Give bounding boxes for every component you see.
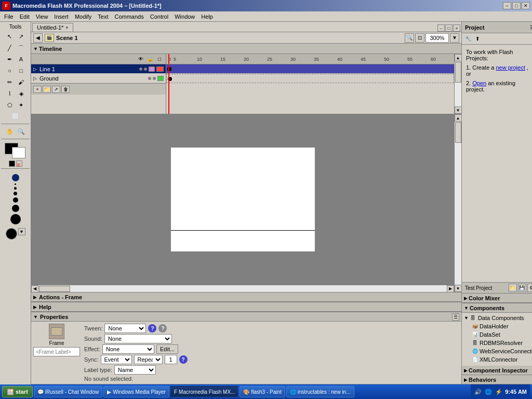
- layer-row-line1[interactable]: ▷ Line 1: [31, 64, 166, 74]
- taskbar-item-wmp[interactable]: ▶ Windows Media Player: [103, 386, 169, 397]
- menu-modify[interactable]: Modify: [72, 13, 95, 20]
- stage-hscroll-thumb[interactable]: [39, 286, 70, 292]
- zoom-icon-btn[interactable]: 🔍: [405, 33, 414, 43]
- tween-help-icon2[interactable]: ?: [158, 324, 167, 332]
- tray-icon-3[interactable]: ⚡: [495, 388, 503, 396]
- fill-color-swatch[interactable]: [12, 147, 25, 158]
- taskbar-item-flash[interactable]: F Macromedia Flash MX...: [170, 386, 238, 397]
- timeline-title[interactable]: Timeline: [39, 46, 62, 52]
- no-color-btn[interactable]: ⊘: [16, 161, 22, 167]
- lasso-tool[interactable]: ⌒: [16, 43, 26, 53]
- stage-vscroll-up[interactable]: ▲: [455, 114, 462, 122]
- tray-icon-2[interactable]: 🌐: [484, 388, 493, 396]
- doc-tab[interactable]: Untitled-1* ×: [32, 23, 73, 32]
- eraser-tool[interactable]: ⬜: [10, 111, 21, 122]
- doc-tab-close[interactable]: ×: [65, 25, 68, 30]
- repeat-count-input[interactable]: [165, 355, 177, 364]
- project-sub-icon1[interactable]: 🔧: [464, 35, 472, 43]
- eyedropper-tool[interactable]: ✦: [16, 100, 26, 110]
- layer-outline-icon[interactable]: □: [155, 55, 164, 63]
- freeform-tool[interactable]: ⌇: [5, 88, 15, 99]
- zoom-dropdown-btn[interactable]: ▼: [450, 33, 459, 43]
- taskbar-item-irussel[interactable]: 💬 iRussell - Chat Window: [34, 386, 102, 397]
- comp-item-rdbms[interactable]: 🗄 RDBMSResolver: [463, 339, 532, 347]
- effect-select[interactable]: None: [102, 344, 154, 354]
- oval-tool[interactable]: ○: [5, 65, 15, 76]
- dot-dropdown[interactable]: ▼: [18, 228, 25, 235]
- large-dot-btn[interactable]: [6, 228, 17, 240]
- tl-vscroll-thumb[interactable]: [455, 62, 461, 83]
- menu-control[interactable]: Control: [147, 13, 171, 20]
- line-tool[interactable]: ╱: [5, 43, 15, 53]
- add-motion-btn[interactable]: ↗: [52, 86, 60, 93]
- new-project-link[interactable]: new project: [496, 64, 525, 71]
- rect-tool[interactable]: □: [16, 65, 26, 76]
- menu-commands[interactable]: Commands: [111, 13, 147, 20]
- tl-vscroll-down[interactable]: ▼: [455, 107, 462, 114]
- stage-hscroll-right[interactable]: ▶: [447, 285, 454, 292]
- actions-panel-header[interactable]: ▶ Actions - Frame: [31, 292, 461, 302]
- size-dot-4[interactable]: [13, 197, 18, 203]
- stage-area[interactable]: [31, 114, 454, 285]
- hand-tool[interactable]: ✋: [5, 126, 15, 137]
- layer-lock-icon[interactable]: 🔒: [146, 55, 154, 63]
- size-dot-5[interactable]: [12, 205, 19, 212]
- project-panel-options[interactable]: ☰: [528, 24, 532, 31]
- repeat-select[interactable]: Repeat: [134, 355, 163, 364]
- edit-button[interactable]: Edit...: [156, 344, 178, 354]
- close-button[interactable]: ✕: [522, 2, 530, 9]
- menu-edit[interactable]: Edit: [17, 13, 33, 20]
- back-nav-btn[interactable]: ◀: [33, 33, 43, 43]
- tl-vscroll-up[interactable]: ▲: [455, 54, 462, 61]
- stage-vscroll-down[interactable]: ▼: [455, 285, 462, 292]
- bucket-tool[interactable]: ⬠: [5, 100, 15, 110]
- sync-help-icon[interactable]: ?: [179, 355, 188, 364]
- add-folder-btn[interactable]: 📁: [43, 86, 51, 93]
- doc-close-btn[interactable]: ×: [453, 24, 460, 32]
- zoom-resize-btn[interactable]: ⊡: [415, 33, 424, 43]
- stage-vscroll-thumb[interactable]: [455, 122, 461, 143]
- black-white-reset[interactable]: [9, 161, 15, 167]
- comp-group-data-header[interactable]: ▼ 🗄 Data Components: [463, 314, 532, 322]
- menu-window[interactable]: Window: [171, 13, 198, 20]
- size-dot-3[interactable]: [14, 192, 17, 195]
- fill-tool[interactable]: ◈: [16, 88, 26, 99]
- test-settings-btn[interactable]: ⚙: [527, 284, 532, 292]
- sync-select[interactable]: Event: [101, 355, 132, 364]
- size-dot-1[interactable]: [15, 183, 16, 185]
- frame-label-input[interactable]: [33, 347, 80, 356]
- menu-help[interactable]: Help: [198, 13, 216, 20]
- menu-text[interactable]: Text: [95, 13, 111, 20]
- pencil-tool[interactable]: ✏: [5, 77, 15, 87]
- open-project-link[interactable]: Open: [472, 80, 486, 86]
- doc-min-btn[interactable]: –: [437, 24, 445, 32]
- tween-help-icon[interactable]: ?: [148, 324, 156, 332]
- sound-select[interactable]: None: [104, 334, 172, 343]
- subselect-tool[interactable]: ↗: [16, 31, 26, 42]
- behaviors-header[interactable]: ▶ Behaviors: [462, 375, 532, 384]
- comp-item-dataset[interactable]: 📊 DataSet: [463, 330, 532, 339]
- comp-item-xmlconnector[interactable]: 📄 XMLConnector: [463, 355, 532, 364]
- taskbar-item-instructables[interactable]: 🌐 instructables : new in...: [286, 386, 354, 397]
- help-panel-header[interactable]: ▶ Help: [31, 302, 461, 312]
- comp-item-webservice[interactable]: 🌐 WebServiceConnector: [463, 347, 532, 355]
- start-button[interactable]: 🪟 start: [2, 386, 33, 397]
- layer-row-ground[interactable]: ▷ Ground: [31, 74, 166, 83]
- color-mixer-header[interactable]: ▶ Color Mixer: [462, 294, 532, 303]
- timeline-expand-arrow[interactable]: ▼: [33, 46, 38, 51]
- stage-hscroll-left[interactable]: ◀: [31, 285, 38, 292]
- menu-insert[interactable]: Insert: [51, 13, 72, 20]
- text-tool[interactable]: A: [16, 54, 26, 64]
- size-dot-2[interactable]: [14, 187, 17, 190]
- arrow-tool[interactable]: ↖: [5, 31, 15, 42]
- tween-select[interactable]: None Motion Shape: [104, 324, 146, 333]
- project-sub-icon2[interactable]: ⬆: [473, 35, 482, 43]
- size-dot-6[interactable]: [10, 214, 21, 224]
- zoom-tool[interactable]: 🔍: [16, 126, 26, 137]
- maximize-button[interactable]: □: [512, 2, 521, 9]
- brush-tool[interactable]: 🖌: [16, 77, 26, 87]
- properties-panel-header[interactable]: ▼ Properties ☰: [31, 312, 461, 322]
- taskbar-item-paint[interactable]: 🎨 flash3 - Paint: [240, 386, 285, 397]
- layer-eye-icon[interactable]: 👁: [137, 55, 145, 63]
- delete-layer-btn[interactable]: 🗑: [61, 86, 70, 93]
